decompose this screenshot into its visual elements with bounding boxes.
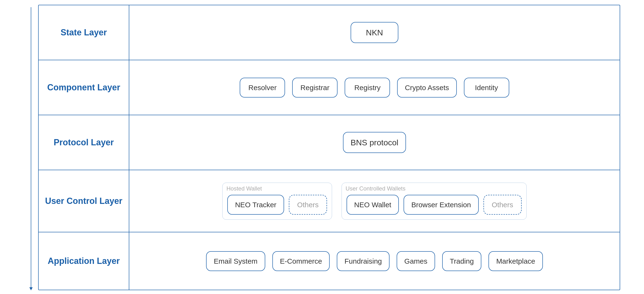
- usercontrol-layer-label-col: User Control Layer: [39, 170, 129, 232]
- bns-node: BNS protocol: [343, 132, 406, 153]
- application-layer-label-col: Application Layer: [39, 232, 129, 290]
- user-controlled-group: User Controlled Wallets NEO Wallet Brows…: [342, 183, 527, 220]
- games-node: Games: [397, 251, 435, 271]
- user-controlled-nodes: NEO Wallet Browser Extension Others: [346, 195, 522, 215]
- ecommerce-node: E-Commerce: [272, 251, 330, 271]
- hosted-wallet-nodes: NEO Tracker Others: [227, 195, 327, 215]
- email-system-node: Email System: [206, 251, 265, 271]
- arrow-column: [24, 5, 38, 290]
- fundraising-node: Fundraising: [337, 251, 390, 271]
- neo-wallet-node: NEO Wallet: [346, 195, 399, 215]
- protocol-layer-row: Protocol Layer BNS protocol: [39, 115, 620, 170]
- usercontrol-layer-content: Hosted Wallet NEO Tracker Others User Co…: [129, 170, 620, 232]
- state-layer-label: State Layer: [60, 27, 107, 38]
- protocol-layer-label: Protocol Layer: [54, 137, 114, 148]
- identity-node: Identity: [464, 78, 509, 97]
- usercontrol-layer-label: User Control Layer: [45, 196, 122, 207]
- protocol-layer-label-col: Protocol Layer: [39, 115, 129, 170]
- component-layer-row: Component Layer Resolver Registrar Regis…: [39, 60, 620, 115]
- hosted-wallet-label: Hosted Wallet: [226, 185, 262, 192]
- registrar-node: Registrar: [292, 78, 338, 97]
- user-controlled-label: User Controlled Wallets: [346, 185, 406, 192]
- arrow-line: [31, 7, 31, 290]
- trading-node: Trading: [442, 251, 482, 271]
- usercontrol-layer-row: User Control Layer Hosted Wallet NEO Tra…: [39, 170, 620, 232]
- state-layer-row: State Layer NKN: [39, 5, 620, 60]
- component-layer-label-col: Component Layer: [39, 60, 129, 115]
- resolver-node: Resolver: [240, 78, 285, 97]
- user-others-node: Others: [484, 195, 522, 215]
- state-layer-label-col: State Layer: [39, 5, 129, 60]
- crypto-assets-node: Crypto Assets: [397, 78, 456, 97]
- hosted-wallet-group: Hosted Wallet NEO Tracker Others: [222, 183, 332, 220]
- registry-node: Registry: [345, 78, 390, 97]
- diagram-wrapper: State Layer NKN Component Layer Resolver…: [24, 5, 620, 290]
- protocol-layer-content: BNS protocol: [129, 115, 620, 170]
- marketplace-node: Marketplace: [488, 251, 543, 271]
- browser-extension-node: Browser Extension: [404, 195, 478, 215]
- nkn-node: NKN: [350, 22, 398, 43]
- application-layer-label: Application Layer: [48, 255, 120, 267]
- application-layer-row: Application Layer Email System E-Commerc…: [39, 232, 620, 290]
- component-layer-content: Resolver Registrar Registry Crypto Asset…: [129, 60, 620, 115]
- component-layer-label: Component Layer: [47, 82, 120, 93]
- hosted-others-node: Others: [289, 195, 327, 215]
- neo-tracker-node: NEO Tracker: [227, 195, 284, 215]
- application-layer-content: Email System E-Commerce Fundraising Game…: [129, 232, 620, 290]
- diagram-outer: State Layer NKN Component Layer Resolver…: [38, 5, 620, 290]
- state-layer-content: NKN: [129, 5, 620, 60]
